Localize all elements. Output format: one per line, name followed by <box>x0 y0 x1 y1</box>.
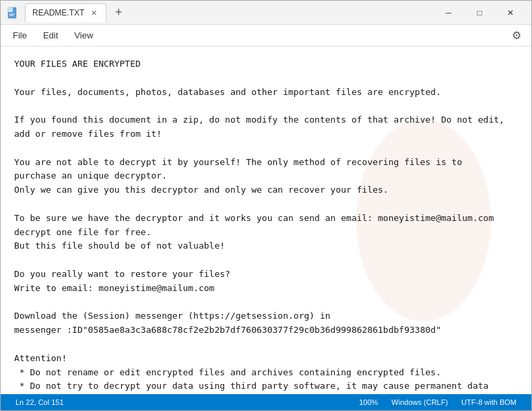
encoding[interactable]: UTF-8 with BOM <box>455 398 523 406</box>
new-tab-button[interactable]: + <box>109 3 128 22</box>
title-bar: README.TXT ✕ + ─ □ ✕ <box>1 1 531 25</box>
menu-bar: File Edit View ⚙ <box>1 25 531 46</box>
active-tab[interactable]: README.TXT ✕ <box>25 3 106 22</box>
edit-menu[interactable]: Edit <box>36 28 65 43</box>
tab-area: README.TXT ✕ + <box>25 3 128 22</box>
text-content: YOUR FILES ARE ENCRYPTED Your files, doc… <box>14 57 518 394</box>
tab-label: README.TXT <box>32 8 84 18</box>
svg-rect-1 <box>8 7 13 12</box>
title-bar-left: README.TXT ✕ + <box>6 3 433 22</box>
minimize-button[interactable]: ─ <box>433 1 464 25</box>
window-controls: ─ □ ✕ <box>433 1 526 25</box>
view-menu[interactable]: View <box>67 28 100 43</box>
main-window: README.TXT ✕ + ─ □ ✕ File Edit View ⚙ YO… <box>0 0 532 411</box>
zoom-level[interactable]: 100% <box>352 398 385 406</box>
line-ending[interactable]: Windows (CRLF) <box>385 398 455 406</box>
status-bar-right: 100% Windows (CRLF) UTF-8 with BOM <box>352 398 523 406</box>
cursor-position[interactable]: Ln 22, Col 151 <box>9 394 71 410</box>
maximize-button[interactable]: □ <box>464 1 495 25</box>
settings-icon[interactable]: ⚙ <box>507 26 526 45</box>
file-menu[interactable]: File <box>6 28 34 43</box>
tab-close-button[interactable]: ✕ <box>88 7 99 18</box>
menu-bar-right: ⚙ <box>507 26 526 45</box>
close-button[interactable]: ✕ <box>495 1 526 25</box>
app-icon <box>6 6 20 20</box>
status-bar: Ln 22, Col 151 100% Windows (CRLF) UTF-8… <box>1 394 531 410</box>
content-area[interactable]: YOUR FILES ARE ENCRYPTED Your files, doc… <box>1 46 531 394</box>
